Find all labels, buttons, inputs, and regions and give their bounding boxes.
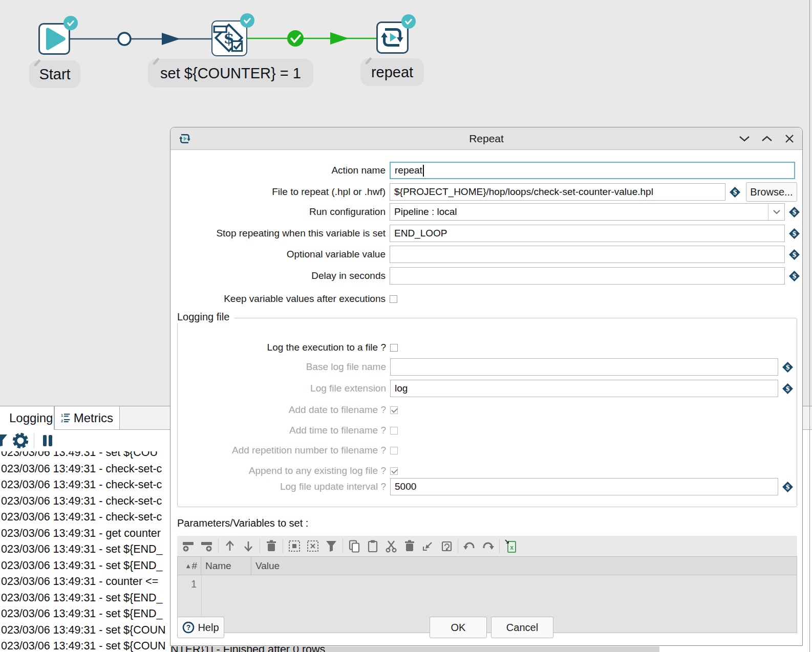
cut-rows-button[interactable]: [382, 537, 400, 555]
help-button[interactable]: ? Help: [177, 617, 224, 638]
column-header-value[interactable]: Value: [251, 557, 797, 575]
params-table-body[interactable]: 1: [178, 575, 797, 633]
insert-row-after-button[interactable]: [198, 537, 216, 555]
column-header-num[interactable]: ▲ #: [178, 557, 201, 575]
variable-icon[interactable]: $: [788, 206, 800, 218]
help-icon: ?: [182, 621, 195, 634]
hop-unconditional-icon[interactable]: [118, 33, 131, 45]
toolbar-separator: [499, 539, 500, 553]
file-to-repeat-input[interactable]: ${PROJECT_HOME}/hop/loops/check-set-coun…: [390, 183, 725, 201]
update-interval-label: Log file update interval ?: [178, 481, 386, 492]
hop-arrow-1-icon: [162, 33, 180, 45]
variable-icon[interactable]: $: [788, 249, 800, 260]
svg-text:x: x: [510, 544, 514, 551]
variable-icon[interactable]: $: [782, 383, 794, 395]
node-label-repeat[interactable]: repeat: [360, 58, 424, 86]
node-label-start[interactable]: Start: [29, 60, 80, 88]
repeat-dialog: Repeat Action name repeat File to repeat…: [170, 127, 803, 646]
column-header-name[interactable]: Name: [201, 557, 251, 575]
action-name-label: Action name: [170, 165, 386, 176]
dialog-titlebar[interactable]: Repeat: [170, 127, 802, 150]
table-row[interactable]: 1: [178, 578, 201, 590]
log-settings-icon: [12, 432, 29, 449]
run-configuration-combo[interactable]: Pipeline : local: [390, 203, 785, 221]
log-extension-input[interactable]: log: [390, 380, 778, 397]
metrics-tab-icon: 1 2: [61, 410, 71, 426]
svg-text:$: $: [792, 251, 797, 258]
log-line-selected-sliver: NTER}1] - Finished after 0 rows: [170, 646, 659, 652]
delay-input[interactable]: [390, 267, 785, 285]
cancel-button[interactable]: Cancel: [491, 617, 553, 638]
copy-row-fields-button[interactable]: [437, 537, 456, 555]
move-rows-down-button[interactable]: [239, 537, 258, 555]
log-extension-label: Log file extension: [178, 383, 386, 394]
close-icon[interactable]: [784, 133, 795, 144]
repeat-checked-badge-icon: [401, 14, 416, 29]
log-settings-button[interactable]: [10, 430, 31, 451]
add-repetition-checkbox[interactable]: [390, 447, 398, 454]
variable-icon[interactable]: $: [788, 270, 800, 282]
append-log-checkbox[interactable]: [390, 467, 398, 475]
start-checked-badge-icon: [63, 16, 78, 30]
node-label-text: Start: [39, 66, 70, 83]
params-toolbar: x: [177, 536, 797, 556]
variable-icon[interactable]: $: [788, 228, 800, 240]
maximize-chevron-up-icon[interactable]: [761, 133, 773, 144]
clear-selection-button[interactable]: [304, 537, 322, 555]
insert-row-before-button[interactable]: [179, 537, 198, 555]
variable-icon[interactable]: $: [782, 481, 794, 493]
run-configuration-label: Run configuration: [170, 206, 386, 218]
svg-text:2: 2: [61, 418, 63, 423]
keep-values-checkbox[interactable]: [390, 295, 397, 303]
base-log-name-label: Base log file name: [178, 361, 386, 373]
undo-button[interactable]: [460, 537, 479, 555]
stop-variable-input[interactable]: END_LOOP: [390, 225, 785, 242]
filter-log-button[interactable]: [0, 430, 10, 451]
node-set-counter[interactable]: $: [211, 20, 247, 56]
pause-log-button[interactable]: [37, 430, 58, 451]
filtered-selection-button[interactable]: [322, 537, 340, 555]
add-repetition-label: Add repetition number to filename ?: [178, 445, 386, 456]
add-time-checkbox[interactable]: [390, 427, 398, 434]
node-label-set-counter[interactable]: set ${COUNTER} = 1: [148, 59, 313, 88]
delete-selected-rows-button[interactable]: [400, 537, 419, 555]
delete-rows-button[interactable]: [262, 537, 281, 555]
file-to-repeat-label: File to repeat (.hpl or .hwf): [170, 186, 386, 198]
text-caret: [423, 165, 424, 177]
ok-button[interactable]: OK: [430, 617, 487, 638]
window-edge: [809, 0, 810, 652]
add-date-checkbox[interactable]: [390, 406, 398, 414]
update-interval-input[interactable]: 5000: [390, 478, 778, 495]
variable-icon[interactable]: $: [782, 361, 794, 373]
base-log-name-input[interactable]: [390, 358, 778, 376]
chevron-down-icon[interactable]: [768, 204, 784, 220]
tab-metrics[interactable]: 1 2 Metrics: [54, 406, 120, 430]
toolbar-separator: [260, 539, 260, 553]
logging-file-group-title: Logging file: [177, 311, 234, 323]
hop-success-icon[interactable]: [287, 30, 304, 47]
paste-rows-button[interactable]: [364, 537, 382, 555]
logging-file-group: Logging file Log the execution to a file…: [177, 318, 797, 507]
tab-logging[interactable]: 1 g Logging: [0, 406, 54, 430]
stop-variable-label: Stop repeating when this variable is set: [170, 228, 386, 239]
svg-text:$: $: [785, 385, 790, 393]
browse-button[interactable]: Browse...: [746, 182, 797, 202]
optional-value-label: Optional variable value: [170, 249, 386, 260]
tab-label: Metrics: [74, 411, 113, 425]
toolbar-separator: [343, 539, 343, 553]
action-name-input[interactable]: repeat: [390, 162, 795, 179]
params-table-header: ▲ # Name Value: [178, 557, 797, 575]
copy-to-excel-button[interactable]: x: [502, 537, 520, 555]
minimize-chevron-down-icon[interactable]: [739, 133, 750, 144]
keep-selected-rows-button[interactable]: [419, 537, 437, 555]
redo-button[interactable]: [479, 537, 497, 555]
variable-icon[interactable]: $: [729, 186, 741, 198]
move-rows-up-button[interactable]: [221, 537, 239, 555]
select-all-rows-button[interactable]: [285, 537, 304, 555]
copy-rows-button[interactable]: [345, 537, 364, 555]
set-counter-checked-badge-icon: [240, 13, 254, 28]
optional-value-input[interactable]: [390, 246, 785, 263]
repeat-icon: [378, 23, 407, 52]
svg-text:1: 1: [61, 413, 63, 418]
log-to-file-checkbox[interactable]: [390, 344, 398, 352]
